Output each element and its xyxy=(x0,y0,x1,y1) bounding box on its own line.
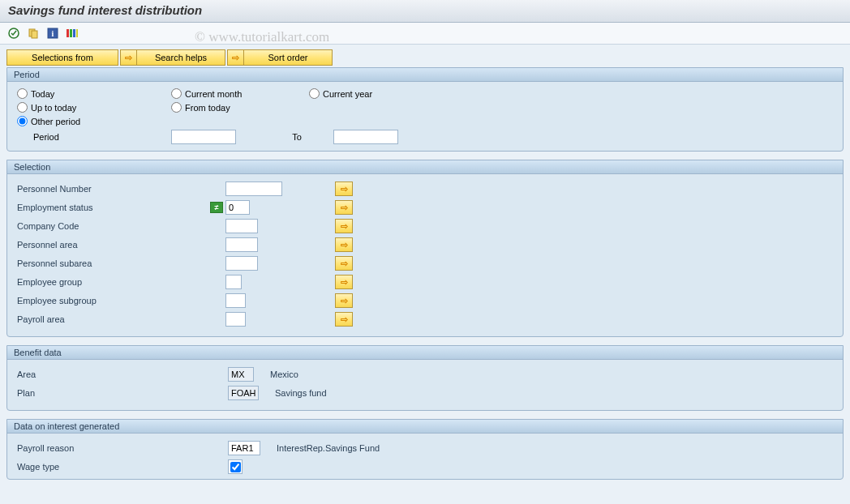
copy-icon[interactable] xyxy=(26,26,41,41)
row-employee-group: Employee group ⇨ xyxy=(17,274,833,290)
period-panel: Period Today Current month Current year xyxy=(6,67,844,152)
svg-rect-8 xyxy=(76,29,78,37)
selections-from-label: Selections from xyxy=(32,53,93,62)
info-icon[interactable]: i xyxy=(45,26,60,41)
svg-text:i: i xyxy=(52,29,54,38)
search-helps-button[interactable]: ⇨ Search helps xyxy=(120,49,225,66)
radio-current-year[interactable]: Current year xyxy=(309,88,447,99)
desc-payroll-reason: InterestRep.Savings Fund xyxy=(277,443,380,453)
input-personnel-number[interactable] xyxy=(225,182,282,196)
sort-order-button[interactable]: ⇨ Sort order xyxy=(227,49,333,66)
radio-up-to-today-label: Up to today xyxy=(31,103,76,113)
multi-select-employee-group[interactable]: ⇨ xyxy=(335,275,353,289)
radio-other-period[interactable]: Other period xyxy=(17,116,171,126)
multi-select-company-code[interactable]: ⇨ xyxy=(335,219,353,233)
svg-rect-5 xyxy=(67,29,69,37)
period-from-input[interactable] xyxy=(171,130,236,144)
label-employee-group: Employee group xyxy=(17,277,208,287)
label-payroll-area: Payroll area xyxy=(17,314,208,324)
radio-from-today-input[interactable] xyxy=(171,102,182,113)
interest-panel: Data on interest generated Payroll reaso… xyxy=(6,419,844,480)
checkbox-wage-type-input[interactable] xyxy=(230,462,241,472)
desc-plan: Savings fund xyxy=(275,388,327,398)
label-personnel-subarea: Personnel subarea xyxy=(17,258,208,268)
radio-today-label: Today xyxy=(31,89,54,99)
benefit-panel-header: Benefit data xyxy=(7,346,843,360)
benefit-panel: Benefit data Area MX Mexico Plan FOAH Sa… xyxy=(6,345,844,411)
row-personnel-area: Personnel area ⇨ xyxy=(17,237,833,253)
label-payroll-reason: Payroll reason xyxy=(17,443,163,453)
period-to-label: To xyxy=(260,132,333,142)
arrow-right-icon: ⇨ xyxy=(227,49,243,66)
row-personnel-subarea: Personnel subarea ⇨ xyxy=(17,255,833,271)
radio-current-month-label: Current month xyxy=(185,89,242,99)
svg-rect-2 xyxy=(32,31,37,38)
radio-current-month-input[interactable] xyxy=(171,88,182,99)
multi-select-personnel-area[interactable]: ⇨ xyxy=(335,237,353,252)
input-personnel-area[interactable] xyxy=(225,237,258,252)
arrow-right-icon: ⇨ xyxy=(120,49,136,66)
input-personnel-subarea[interactable] xyxy=(225,256,258,271)
not-equal-icon[interactable]: ≠ xyxy=(210,202,223,213)
row-employee-subgroup: Employee subgroup ⇨ xyxy=(17,293,833,309)
input-employee-subgroup[interactable] xyxy=(225,293,246,308)
selection-panel-header: Selection xyxy=(7,160,843,174)
toolbar: i xyxy=(0,23,850,45)
svg-rect-6 xyxy=(70,29,72,37)
radio-up-to-today[interactable]: Up to today xyxy=(17,102,171,113)
period-to-input[interactable] xyxy=(333,130,398,144)
value-area: MX xyxy=(228,367,254,382)
interest-panel-header: Data on interest generated xyxy=(7,420,843,434)
input-payroll-area[interactable] xyxy=(225,312,246,327)
layout-icon[interactable] xyxy=(65,26,79,41)
multi-select-personnel-subarea[interactable]: ⇨ xyxy=(335,256,353,271)
row-wage-type: Wage type xyxy=(17,459,833,475)
row-plan: Plan FOAH Savings fund xyxy=(17,385,833,401)
radio-current-year-input[interactable] xyxy=(309,88,320,99)
label-personnel-number: Personnel Number xyxy=(17,184,208,194)
radio-other-period-label: Other period xyxy=(31,117,80,126)
label-company-code: Company Code xyxy=(17,221,208,231)
selection-panel: Selection Personnel Number ⇨ Employment … xyxy=(6,160,844,337)
main-area: Selections from ⇨ Search helps ⇨ Sort or… xyxy=(0,45,850,504)
input-employment-status[interactable] xyxy=(225,200,250,215)
radio-current-month[interactable]: Current month xyxy=(171,88,309,99)
radio-current-year-label: Current year xyxy=(323,89,372,99)
radio-today-input[interactable] xyxy=(17,88,28,99)
svg-rect-7 xyxy=(73,29,75,37)
row-personnel-number: Personnel Number ⇨ xyxy=(17,181,833,197)
execute-icon[interactable] xyxy=(6,26,21,41)
label-personnel-area: Personnel area xyxy=(17,240,208,250)
label-wage-type: Wage type xyxy=(17,462,163,472)
multi-select-payroll-area[interactable]: ⇨ xyxy=(335,312,353,327)
radio-other-period-input[interactable] xyxy=(17,116,28,126)
radio-from-today[interactable]: From today xyxy=(171,102,309,113)
multi-select-employee-subgroup[interactable]: ⇨ xyxy=(335,293,353,308)
action-bar: Selections from ⇨ Search helps ⇨ Sort or… xyxy=(6,49,844,66)
period-panel-header: Period xyxy=(7,68,843,82)
radio-up-to-today-input[interactable] xyxy=(17,102,28,113)
input-payroll-reason[interactable] xyxy=(228,441,260,455)
page-title: Savings fund interest distribution xyxy=(8,3,842,17)
label-employment-status: Employment status xyxy=(17,203,208,212)
label-plan: Plan xyxy=(17,388,163,398)
row-company-code: Company Code ⇨ xyxy=(17,218,833,234)
radio-today[interactable]: Today xyxy=(17,88,171,99)
value-plan: FOAH xyxy=(228,386,259,400)
input-company-code[interactable] xyxy=(225,219,258,233)
label-area: Area xyxy=(17,369,163,379)
input-employee-group[interactable] xyxy=(225,275,242,289)
label-employee-subgroup: Employee subgroup xyxy=(17,296,208,305)
row-payroll-area: Payroll area ⇨ xyxy=(17,311,833,327)
checkbox-wage-type[interactable] xyxy=(228,459,243,474)
radio-from-today-label: From today xyxy=(185,103,230,113)
period-from-label: Period xyxy=(33,132,171,142)
multi-select-employment-status[interactable]: ⇨ xyxy=(335,200,353,215)
app-header: Savings fund interest distribution xyxy=(0,0,850,23)
search-helps-label: Search helps xyxy=(136,49,225,66)
selections-from-button[interactable]: Selections from xyxy=(6,49,118,66)
multi-select-personnel-number[interactable]: ⇨ xyxy=(335,182,353,196)
row-payroll-reason: Payroll reason InterestRep.Savings Fund xyxy=(17,440,833,456)
desc-area: Mexico xyxy=(270,369,298,379)
row-area: Area MX Mexico xyxy=(17,366,833,382)
